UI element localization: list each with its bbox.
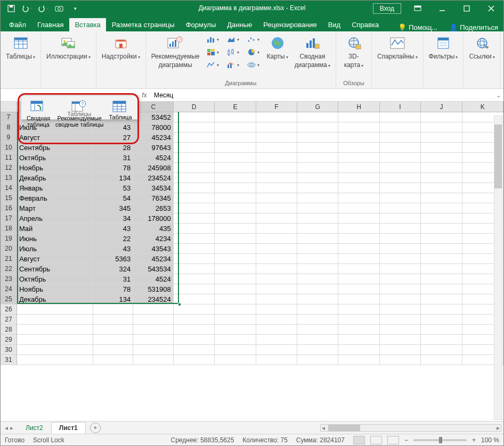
tab-разметка страницы[interactable]: Разметка страницы: [107, 18, 180, 31]
cell[interactable]: 324: [93, 264, 133, 274]
cell[interactable]: [133, 355, 173, 365]
cell[interactable]: [215, 224, 256, 234]
cell[interactable]: [174, 112, 215, 122]
cell[interactable]: [215, 355, 256, 365]
row-header[interactable]: 30: [1, 345, 17, 355]
cell[interactable]: [215, 254, 256, 264]
cell[interactable]: [174, 345, 215, 355]
cell[interactable]: [215, 274, 256, 284]
cell[interactable]: 43543: [133, 244, 173, 254]
vertical-scrollbar[interactable]: [494, 115, 502, 420]
zoom-slider[interactable]: [413, 439, 467, 441]
cell[interactable]: [17, 325, 93, 335]
cell[interactable]: Апрель: [17, 213, 93, 224]
cell[interactable]: [215, 345, 256, 355]
cell[interactable]: 4524: [133, 274, 173, 284]
fx-icon[interactable]: fx: [138, 92, 151, 99]
cell[interactable]: [421, 224, 462, 234]
cell[interactable]: [421, 163, 462, 173]
cell[interactable]: [215, 112, 256, 122]
pivot-chart-button[interactable]: Сводная диаграмма: [292, 34, 332, 70]
cell[interactable]: 43: [93, 244, 133, 254]
col-header-F[interactable]: F: [256, 102, 297, 112]
cell[interactable]: Август: [17, 254, 93, 264]
cell[interactable]: [338, 274, 379, 284]
cell[interactable]: [256, 254, 297, 264]
cell[interactable]: Ноябрь: [17, 163, 93, 173]
illustrations-button[interactable]: Иллюстрации: [44, 34, 93, 61]
cell[interactable]: [338, 173, 379, 183]
cell[interactable]: [174, 254, 215, 264]
cell[interactable]: [421, 274, 462, 284]
cell[interactable]: [256, 244, 297, 254]
cell[interactable]: [256, 133, 297, 143]
tab-файл[interactable]: Файл: [4, 18, 31, 31]
row-header[interactable]: 19: [1, 234, 17, 244]
formula-expand-icon[interactable]: ⌄: [494, 92, 503, 99]
cell[interactable]: [421, 234, 462, 244]
row-header[interactable]: 24: [1, 284, 17, 294]
cell[interactable]: [256, 173, 297, 183]
cell[interactable]: 28: [93, 143, 133, 153]
cell[interactable]: 34534: [133, 183, 173, 193]
formula-input[interactable]: Месяц: [151, 90, 494, 100]
recommended-pivot-tables-button[interactable]: ? Рекомендуемыесводные таблицы: [53, 99, 105, 109]
cell[interactable]: 54: [93, 193, 133, 203]
cell[interactable]: [215, 304, 256, 315]
cell[interactable]: 31: [93, 153, 133, 163]
cell[interactable]: [421, 335, 462, 345]
sheet-tab[interactable]: Лист2: [18, 422, 51, 434]
cell[interactable]: [174, 335, 215, 345]
cell[interactable]: [215, 193, 256, 203]
cell[interactable]: [421, 294, 462, 304]
cell[interactable]: [133, 345, 173, 355]
tab-рецензирование[interactable]: Рецензирование: [258, 18, 322, 31]
cell[interactable]: [421, 193, 462, 203]
cell[interactable]: [421, 173, 462, 183]
cell[interactable]: [380, 335, 421, 345]
cell[interactable]: [338, 325, 379, 335]
combo-chart-icon[interactable]: [224, 59, 242, 71]
cell[interactable]: [380, 304, 421, 315]
zoom-in-icon[interactable]: +: [472, 436, 476, 444]
cell[interactable]: [256, 274, 297, 284]
zoom-level[interactable]: 100 %: [481, 436, 499, 444]
row-header[interactable]: 14: [1, 183, 17, 193]
cell[interactable]: [297, 213, 338, 224]
cell[interactable]: [256, 234, 297, 244]
cell[interactable]: 76345: [133, 193, 173, 203]
tab-вид[interactable]: Вид: [323, 18, 346, 31]
cell[interactable]: [421, 355, 462, 365]
cell[interactable]: 45234: [133, 133, 173, 143]
cell[interactable]: [215, 122, 256, 133]
cell[interactable]: [338, 112, 379, 122]
cell[interactable]: [174, 244, 215, 254]
cell[interactable]: [380, 315, 421, 325]
row-header[interactable]: 8: [1, 122, 17, 133]
redo-icon[interactable]: [37, 2, 50, 15]
col-header-H[interactable]: H: [338, 102, 379, 112]
cell[interactable]: [174, 153, 215, 163]
cell[interactable]: 4234: [133, 234, 173, 244]
links-button[interactable]: Ссылки: [467, 34, 497, 61]
cell[interactable]: [17, 304, 93, 315]
cell[interactable]: [133, 315, 173, 325]
new-sheet-button[interactable]: +: [90, 423, 101, 433]
cell[interactable]: [421, 183, 462, 193]
cell[interactable]: [297, 234, 338, 244]
cell[interactable]: [380, 264, 421, 274]
row-header[interactable]: 11: [1, 153, 17, 163]
cell[interactable]: [421, 153, 462, 163]
cell[interactable]: [174, 213, 215, 224]
cell[interactable]: [380, 153, 421, 163]
filters-button[interactable]: Фильтры: [427, 34, 460, 61]
cell[interactable]: [380, 244, 421, 254]
normal-view-icon[interactable]: [353, 436, 365, 444]
cell[interactable]: [256, 122, 297, 133]
cell[interactable]: Октябрь: [17, 274, 93, 284]
cell[interactable]: [215, 133, 256, 143]
cell[interactable]: [256, 294, 297, 304]
cell[interactable]: 31: [93, 274, 133, 284]
cell[interactable]: [338, 335, 379, 345]
cell[interactable]: [421, 345, 462, 355]
